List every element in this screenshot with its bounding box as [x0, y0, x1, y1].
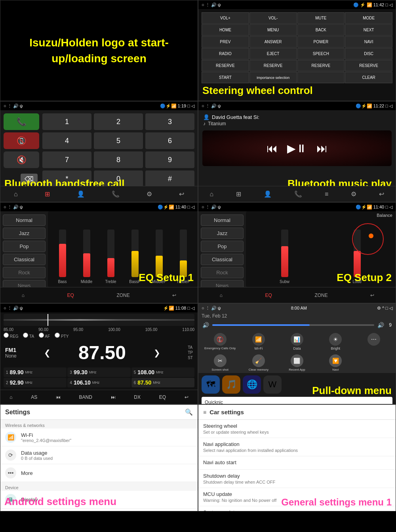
eq2-preset-normal[interactable]: Normal [201, 214, 244, 226]
nav-phone-icon[interactable]: 📞 [112, 190, 120, 198]
pd-icon-extra[interactable]: ⋯ [356, 333, 392, 350]
btn-volplus[interactable]: VOL+ [202, 12, 249, 24]
preset-1[interactable]: 1 89.90 MHz [4, 367, 67, 377]
btn-home[interactable]: HOME [202, 24, 249, 36]
btn-next-track[interactable]: ⏭ [316, 142, 327, 155]
pd-app-waze[interactable]: W [263, 375, 282, 394]
eq2-slider-subw[interactable]: Subw [249, 230, 320, 284]
eq-slider-bass[interactable]: Bass [51, 230, 74, 284]
btn-power[interactable]: POWER [297, 36, 345, 48]
volume-slider[interactable] [212, 324, 374, 326]
opt-ta[interactable]: TA [23, 333, 34, 339]
preset-classical[interactable]: Classical [3, 254, 46, 265]
eq1-nav-back[interactable]: ↩ [172, 293, 176, 298]
btn-freq-up[interactable]: ❯ [154, 348, 160, 358]
opt-reg[interactable]: REG [4, 333, 18, 339]
key-5[interactable]: 5 [94, 132, 143, 149]
btn-prev[interactable]: PREV [202, 36, 249, 48]
preset-rock[interactable]: Rock [3, 267, 46, 278]
eq2-nav-home[interactable]: ⌂ [220, 293, 223, 298]
settings-search-icon[interactable]: 🔍 [185, 408, 193, 416]
radio-nav-home[interactable]: ⌂ [10, 394, 12, 400]
eq2-preset-classical[interactable]: Classical [201, 254, 244, 265]
radio-nav-eq[interactable]: EQ [159, 394, 166, 400]
radio-nav-band[interactable]: BAND [79, 394, 92, 400]
key-hash[interactable]: # [145, 170, 194, 187]
btn-menu[interactable]: MENU [249, 24, 297, 36]
eq2-preset-jazz[interactable]: Jazz [201, 228, 244, 239]
radio-freq-bar[interactable] [4, 314, 194, 326]
pd-icon-navi[interactable]: 🔽 Navi [317, 354, 354, 371]
btm-nav-settings[interactable]: ⚙ [351, 190, 356, 198]
key-7[interactable]: 7 [42, 151, 91, 168]
btm-nav-contacts[interactable]: 👤 [264, 190, 272, 198]
pd-app-maps[interactable]: 🗺 [202, 375, 220, 394]
radio-nav-back[interactable]: ↩ [185, 394, 188, 400]
key-3[interactable]: 3 [145, 113, 194, 130]
btn-freq-down[interactable]: ❮ [44, 348, 51, 358]
key-6[interactable]: 6 [145, 132, 194, 149]
balance-circle[interactable] [352, 223, 384, 255]
btn-call-answer[interactable]: 📞 [4, 113, 39, 130]
btn-reserve4[interactable]: RESERVE [345, 60, 392, 71]
radio-nav-prev[interactable]: ⏮ [56, 394, 61, 400]
pd-icon-clearmem[interactable]: 🧹 Clear memory [240, 354, 277, 371]
btn-next[interactable]: NEXT [345, 24, 392, 36]
opt-af[interactable]: AF [39, 333, 50, 339]
preset-4[interactable]: 4 106.10 MHz [67, 378, 130, 387]
eq2-preset-rock[interactable]: Rock [201, 267, 244, 278]
btn-back[interactable]: BACK [297, 24, 345, 36]
btn-disc[interactable]: DISC [345, 48, 392, 59]
more-item[interactable]: ••• More [0, 464, 198, 482]
eq2-nav-eq[interactable]: EQ [265, 293, 272, 298]
key-4[interactable]: 4 [42, 132, 91, 149]
data-usage-item[interactable]: ⟳ Data usage 0 B of data used [0, 446, 198, 464]
steering-wheel-item[interactable]: Steering wheel Set or update steering wh… [198, 420, 396, 438]
btn-reserve3[interactable]: RESERVE [297, 60, 345, 71]
radio-nav-next[interactable]: ⏭ [111, 394, 116, 400]
preset-normal[interactable]: Normal [3, 214, 46, 226]
radio-nav-as[interactable]: AS [31, 394, 37, 400]
btn-call-mute[interactable]: 🔇 [4, 151, 39, 168]
pd-icon-data[interactable]: 📊 Data [278, 333, 315, 350]
eq1-nav-home[interactable]: ⌂ [22, 293, 25, 298]
key-1[interactable]: 1 [42, 113, 91, 130]
key-2[interactable]: 2 [94, 113, 143, 130]
notifications-item[interactable]: 🔔 Notifications 1 app blocked from sendi… [0, 509, 198, 511]
btn-mute[interactable]: MUTE [297, 12, 345, 24]
eq1-nav-eq[interactable]: EQ [67, 293, 74, 298]
preset-jazz[interactable]: Jazz [3, 228, 46, 239]
btn-radio[interactable]: RADIO [202, 48, 249, 59]
btn-navi[interactable]: NAVI [345, 36, 392, 48]
btn-eject[interactable]: EJECT [249, 48, 297, 59]
eq-slider-treble[interactable]: Treble [99, 230, 122, 284]
preset-6[interactable]: 6 87.50 MHz [131, 378, 194, 387]
btm-nav-grid[interactable]: ⊞ [236, 190, 241, 198]
btn-prev-track[interactable]: ⏮ [267, 142, 278, 155]
eq2-nav-zone[interactable]: ZONE [314, 293, 327, 298]
navi-autostart-item[interactable]: Navi auto start [198, 456, 396, 470]
radio-nav-dx[interactable]: DX [134, 394, 141, 400]
btn-reserve2[interactable]: RESERVE [249, 60, 297, 71]
btn-play-pause[interactable]: ▶⏸ [287, 142, 307, 155]
opt-pty[interactable]: PTY [55, 333, 69, 339]
btn-call-end[interactable]: 📵 [4, 132, 39, 149]
pd-icon-emergency[interactable]: 📵 Emergency Calls Only [202, 333, 238, 350]
shutdown-delay-item[interactable]: Shutdown delay Shutdown delay time when … [198, 470, 396, 488]
btn-importsel[interactable]: Importance selection [249, 72, 297, 83]
btm-nav-home[interactable]: ⌂ [209, 191, 213, 198]
pd-app-music[interactable]: 🎵 [222, 375, 240, 394]
btm-nav-eq[interactable]: ≡ [325, 191, 328, 198]
btn-clear[interactable]: CLEAR [345, 72, 392, 83]
key-9[interactable]: 9 [145, 151, 194, 168]
preset-pop[interactable]: Pop [3, 241, 46, 252]
nav-contacts-icon[interactable]: 👤 [77, 190, 85, 198]
btm-nav-music[interactable]: 📞 [294, 190, 302, 198]
btn-start[interactable]: START [202, 72, 249, 83]
wifi-item[interactable]: 📶 Wi-Fi "ereno_2.4G@maxisfiber" [0, 429, 198, 446]
pd-icon-wifi[interactable]: 📶 Wi-Fi [240, 333, 277, 350]
preset-2[interactable]: 2 92.90 MHz [4, 378, 67, 387]
nav-back-icon[interactable]: ↩ [179, 190, 184, 198]
nav-home-icon[interactable]: ⌂ [14, 191, 18, 198]
pd-icon-recentapp[interactable]: ⬜ Recent App [278, 354, 315, 371]
